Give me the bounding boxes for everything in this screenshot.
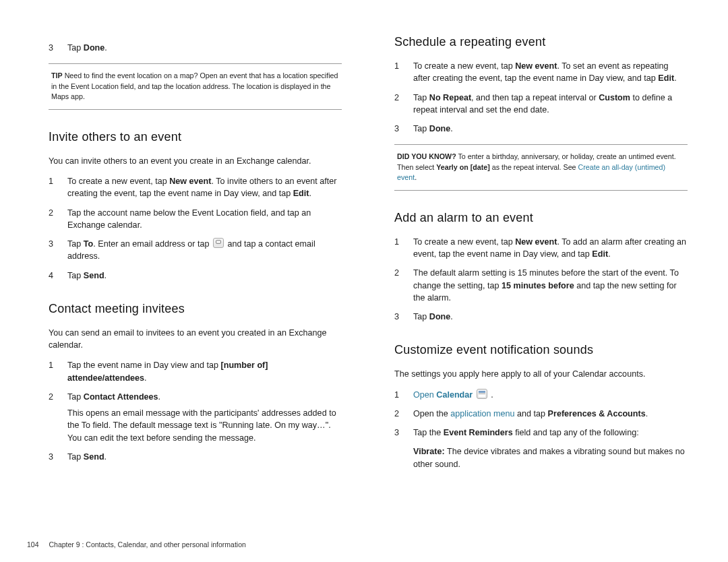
tip-lead: DID YOU KNOW? xyxy=(397,152,456,160)
step-number: 3 xyxy=(394,311,408,323)
step-subtext: This opens an email message with the par… xyxy=(67,407,342,444)
step-item: 3 Tap Send. xyxy=(49,451,342,463)
step-text: The default alarm setting is 15 minutes … xyxy=(413,268,679,303)
contact-icon xyxy=(213,238,224,248)
tip-text: Need to find the event location on a map… xyxy=(51,71,338,100)
step-item: 2 Tap Contact Attendees. This opens an e… xyxy=(49,391,342,444)
step-text: Open the application menu and tap Prefer… xyxy=(413,409,648,418)
page-number: 104 xyxy=(27,540,39,549)
step-item: 2 The default alarm setting is 15 minute… xyxy=(394,267,688,304)
step-text: Tap the account name below the Event Loc… xyxy=(67,208,311,230)
step-text: Tap Contact Attendees. xyxy=(67,392,160,402)
step-text: Tap Done. xyxy=(413,312,453,321)
step-number: 2 xyxy=(49,391,62,403)
step-text: Tap the event name in Day view and tap [… xyxy=(67,361,268,382)
step-list: 1 Open Calendar . 2 Open the application… xyxy=(394,389,688,470)
right-column: Schedule a repeating event 1 To create a… xyxy=(394,35,688,477)
section-heading-customize: Customize event notification sounds xyxy=(394,343,688,357)
tip-box: TIP Need to find the event location on a… xyxy=(49,63,342,110)
section-heading-invite: Invite others to an event xyxy=(49,130,342,144)
step-text: Tap No Repeat, and then tap a repeat int… xyxy=(413,93,672,115)
step-number: 1 xyxy=(394,236,408,248)
step-list: 1 To create a new event, tap New event. … xyxy=(394,236,688,323)
two-column-layout: 3 Tap Done. TIP Need to find the event l… xyxy=(49,35,688,477)
step-number: 1 xyxy=(49,359,62,371)
calendar-icon xyxy=(477,389,487,399)
step-item: 3 Tap Done. xyxy=(394,311,688,323)
step-number: 3 xyxy=(394,427,408,439)
step-item: 1 To create a new event, tap New event. … xyxy=(394,236,688,261)
step-number: 2 xyxy=(394,408,408,420)
step-item: 1 Open Calendar . xyxy=(394,389,688,401)
step-item: 3 Tap the Event Reminders field and tap … xyxy=(394,427,688,470)
step-list: 1 To create a new event, tap New event. … xyxy=(394,60,688,135)
section-intro: You can send an email to invitees to an … xyxy=(49,327,342,352)
section-intro: The settings you apply here apply to all… xyxy=(394,368,688,380)
step-number: 4 xyxy=(49,270,62,282)
step-number: 3 xyxy=(394,123,408,135)
step-number: 3 xyxy=(49,451,62,463)
step-list: 1 To create a new event, tap New event. … xyxy=(49,175,342,282)
section-heading-alarm: Add an alarm to an event xyxy=(394,211,688,225)
did-you-know-box: DID YOU KNOW? To enter a birthday, anniv… xyxy=(394,144,688,191)
step-number: 2 xyxy=(394,267,408,279)
step-text: Tap Done. xyxy=(413,124,453,133)
step-item: 3 Tap To. Enter an email address or tap … xyxy=(49,238,342,263)
step-number: 2 xyxy=(49,207,62,219)
step-number: 1 xyxy=(49,175,62,187)
step-text: To create a new event, tap New event. To… xyxy=(413,237,686,259)
step-item: 1 Tap the event name in Day view and tap… xyxy=(49,359,342,384)
step-item: 1 To create a new event, tap New event. … xyxy=(49,175,342,200)
step-text: To create a new event, tap New event. To… xyxy=(67,177,337,198)
step-number: 3 xyxy=(49,42,62,54)
step-item: 1 To create a new event, tap New event. … xyxy=(394,60,688,85)
option-vibrate: Vibrate: The device vibrates and makes a… xyxy=(413,445,688,470)
step-text: Tap Done. xyxy=(67,43,107,53)
step-number: 1 xyxy=(394,389,408,401)
app-menu-link[interactable]: application menu xyxy=(450,409,514,418)
step-list: 1 Tap the event name in Day view and tap… xyxy=(49,359,342,463)
step-number: 1 xyxy=(394,60,408,72)
step-text: Tap Send. xyxy=(67,271,107,280)
section-intro: You can invite others to an event you cr… xyxy=(49,155,342,167)
step-item: 2 Open the application menu and tap Pref… xyxy=(394,408,688,420)
step-item: 2 Tap No Repeat, and then tap a repeat i… xyxy=(394,92,688,117)
step-list: 3 Tap Done. xyxy=(49,42,342,54)
step-item: 2 Tap the account name below the Event L… xyxy=(49,207,342,232)
step-number: 2 xyxy=(394,92,408,104)
step-item: 3 Tap Done. xyxy=(49,42,342,54)
step-text: Tap To. Enter an email address or tap an… xyxy=(67,239,315,261)
step-text: Tap the Event Reminders field and tap an… xyxy=(413,428,639,437)
step-item: 3 Tap Done. xyxy=(394,123,688,135)
open-link[interactable]: Open xyxy=(413,390,434,400)
section-heading-repeat: Schedule a repeating event xyxy=(394,35,688,49)
page-footer: 104 Chapter 9 : Contacts, Calendar, and … xyxy=(27,540,246,549)
step-text: To create a new event, tap New event. To… xyxy=(413,61,677,83)
left-column: 3 Tap Done. TIP Need to find the event l… xyxy=(49,35,342,477)
step-text: Open Calendar . xyxy=(413,390,493,400)
chapter-label: Chapter 9 : Contacts, Calendar, and othe… xyxy=(49,540,245,549)
step-number: 3 xyxy=(49,238,62,250)
section-heading-contact: Contact meeting invitees xyxy=(49,302,342,316)
step-text: Tap Send. xyxy=(67,452,107,462)
manual-page: 3 Tap Done. TIP Need to find the event l… xyxy=(0,0,728,562)
tip-lead: TIP xyxy=(51,71,63,80)
tip-text-2: as the repeat interval. See xyxy=(490,163,578,171)
step-item: 4 Tap Send. xyxy=(49,270,342,282)
